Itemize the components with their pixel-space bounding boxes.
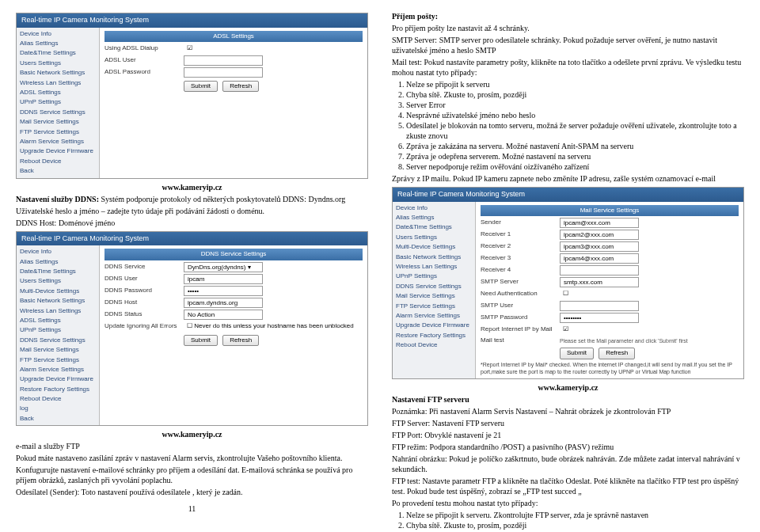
sidebar-item[interactable]: Alias Settings xyxy=(17,257,99,267)
sidebar-item[interactable]: DDNS Service Settings xyxy=(17,108,99,117)
sidebar-item[interactable]: Alarm Service Settings xyxy=(393,311,475,321)
sidebar-item[interactable]: FTP Service Settings xyxy=(393,302,475,311)
list-item: Server Error xyxy=(406,100,744,110)
form-row: Senderipcam@xxx.com xyxy=(481,218,739,228)
field-label: Receiver 2 xyxy=(481,242,560,250)
sidebar-item[interactable]: Back xyxy=(17,166,99,176)
field-input[interactable] xyxy=(184,67,263,78)
field-input[interactable]: ☑ xyxy=(184,44,196,54)
sidebar-item[interactable]: Date&Time Settings xyxy=(393,222,475,232)
submit-button[interactable]: Submit xyxy=(184,81,218,92)
field-input[interactable]: ipcam xyxy=(184,274,263,284)
sidebar-nav: Device InfoAlias SettingsDate&Time Setti… xyxy=(17,28,100,178)
sidebar-item[interactable]: DDNS Service Settings xyxy=(393,282,475,291)
field-input[interactable]: ☐ Never do this unless your hostname has… xyxy=(184,321,357,332)
field-input[interactable]: •••••••• xyxy=(560,313,639,323)
submit-button[interactable]: Submit xyxy=(184,335,218,346)
refresh-button[interactable]: Refresh xyxy=(598,348,635,359)
sidebar-item[interactable]: Back xyxy=(17,414,99,424)
field-input[interactable]: ipcam@xxx.com xyxy=(560,218,639,228)
paragraph: SMTP Server: SMTP server pro odesílatele… xyxy=(392,35,744,55)
refresh-button[interactable]: Refresh xyxy=(222,335,259,346)
sidebar-item[interactable]: FTP Service Settings xyxy=(17,355,99,365)
paragraph: Uživatelské heslo a jméno – zadejte tyto… xyxy=(16,206,368,216)
sidebar-item[interactable]: Basic Network Settings xyxy=(393,253,475,262)
list-item: Odesílatel je blokován na tomto serveru,… xyxy=(406,120,744,141)
sidebar-item[interactable]: ADSL Settings xyxy=(17,88,99,97)
sidebar-item[interactable]: Mail Service Settings xyxy=(17,345,99,355)
sidebar-item[interactable]: Alarm Service Settings xyxy=(17,365,99,374)
refresh-button[interactable]: Refresh xyxy=(222,81,259,92)
button-row: Submit Refresh xyxy=(184,81,363,92)
sidebar-item[interactable]: Basic Network Settings xyxy=(17,68,99,78)
sidebar-item[interactable]: Upgrade Device Firmware xyxy=(393,321,475,330)
sidebar-item[interactable]: Upgrade Device Firmware xyxy=(17,146,99,156)
sidebar-item[interactable]: Date&Time Settings xyxy=(17,267,99,276)
sidebar-item[interactable]: Date&Time Settings xyxy=(17,48,99,58)
sidebar-item[interactable]: log xyxy=(17,404,99,413)
form-row: ADSL User xyxy=(104,55,363,66)
sidebar-item[interactable]: Restore Factory Settings xyxy=(393,331,475,340)
field-input[interactable] xyxy=(184,55,263,66)
sidebar-item[interactable]: Users Settings xyxy=(17,59,99,68)
sidebar-item[interactable]: Users Settings xyxy=(393,233,475,242)
sidebar-item[interactable]: Reboot Device xyxy=(17,394,99,404)
sidebar-item[interactable]: Multi-Device Settings xyxy=(393,242,475,252)
field-input[interactable]: ipcam.dyndns.org xyxy=(184,298,263,308)
sidebar-item[interactable]: Device Info xyxy=(17,247,99,256)
field-input[interactable]: No Action xyxy=(184,310,263,320)
field-input[interactable]: ••••• xyxy=(184,286,263,296)
sidebar-item[interactable]: FTP Service Settings xyxy=(17,127,99,137)
field-input[interactable]: ☐ xyxy=(560,289,572,299)
field-label: SMTP Password xyxy=(481,314,560,321)
result-list-mail: Nelze se připojit k serveruChyba sítě. Z… xyxy=(392,79,744,172)
app-title: Real-time IP Camera Monitoring System xyxy=(17,232,367,246)
form-row: DDNS ServiceDynDns.org(dyndns) ▾ xyxy=(104,262,363,272)
sidebar-item[interactable]: Restore Factory Settings xyxy=(17,385,99,394)
sidebar-item[interactable]: Wireless Lan Settings xyxy=(17,306,99,316)
sidebar-item[interactable]: Mail Service Settings xyxy=(17,117,99,127)
submit-button[interactable]: Submit xyxy=(560,348,594,359)
sidebar-item[interactable]: Mail Service Settings xyxy=(393,291,475,301)
field-input[interactable]: ipcam2@xxx.com xyxy=(560,230,639,240)
field-input[interactable]: ☑ xyxy=(560,325,572,335)
form-row: ADSL Password xyxy=(104,67,363,78)
field-input[interactable] xyxy=(560,301,639,311)
form-row: Need Authentication☐ xyxy=(481,289,739,299)
sidebar-item[interactable]: Device Info xyxy=(17,29,99,39)
mail-test-label: Mail test xyxy=(481,336,560,344)
sidebar-item[interactable]: UPnP Settings xyxy=(17,325,99,335)
field-input[interactable]: smtp.xxx.com xyxy=(560,277,639,287)
sidebar-item[interactable]: Upgrade Device Firmware xyxy=(17,374,99,384)
field-input[interactable]: DynDns.org(dyndns) ▾ xyxy=(184,262,263,272)
sidebar-item[interactable]: Reboot Device xyxy=(393,340,475,350)
sidebar-item[interactable]: Alias Settings xyxy=(393,213,475,222)
paragraph: FTP Server: Nastavení FTP serveru xyxy=(392,418,744,428)
field-input[interactable]: ipcam4@xxx.com xyxy=(560,253,639,264)
form-row: DDNS Password••••• xyxy=(104,286,363,296)
sidebar-item[interactable]: Basic Network Settings xyxy=(17,296,99,306)
paragraph: Odesílatel (Sender): Toto nastavení použ… xyxy=(16,487,368,497)
form-row: DDNS StatusNo Action xyxy=(104,310,363,320)
field-input[interactable] xyxy=(560,265,639,276)
url-label: www.kameryip.cz xyxy=(16,182,368,192)
sidebar-item[interactable]: Alarm Service Settings xyxy=(17,137,99,146)
sidebar-item[interactable]: Wireless Lan Settings xyxy=(393,262,475,272)
list-item: Nelze se připojit k serveru. Zkontrolujt… xyxy=(406,510,744,520)
sidebar-nav: Device InfoAlias SettingsDate&Time Setti… xyxy=(17,245,100,425)
sidebar-item[interactable]: ADSL Settings xyxy=(17,316,99,325)
page-number: 11 xyxy=(16,504,368,514)
field-label: Using ADSL Dialup xyxy=(104,44,184,52)
sidebar-item[interactable]: Multi-Device Settings xyxy=(17,287,99,296)
sidebar-item[interactable]: Wireless Lan Settings xyxy=(17,78,99,88)
sidebar-item[interactable]: Users Settings xyxy=(17,276,99,286)
sidebar-item[interactable]: UPnP Settings xyxy=(393,272,475,281)
field-input[interactable]: ipcam3@xxx.com xyxy=(560,241,639,252)
sidebar-item[interactable]: DDNS Service Settings xyxy=(17,336,99,345)
sidebar-item[interactable]: UPnP Settings xyxy=(17,97,99,107)
sidebar-item[interactable]: Alias Settings xyxy=(17,39,99,48)
field-label: DDNS Host xyxy=(104,298,184,306)
sidebar-item[interactable]: Reboot Device xyxy=(17,157,99,166)
sidebar-item[interactable]: Device Info xyxy=(393,203,475,213)
paragraph: DDNS Host: Doménové jméno xyxy=(16,218,368,228)
